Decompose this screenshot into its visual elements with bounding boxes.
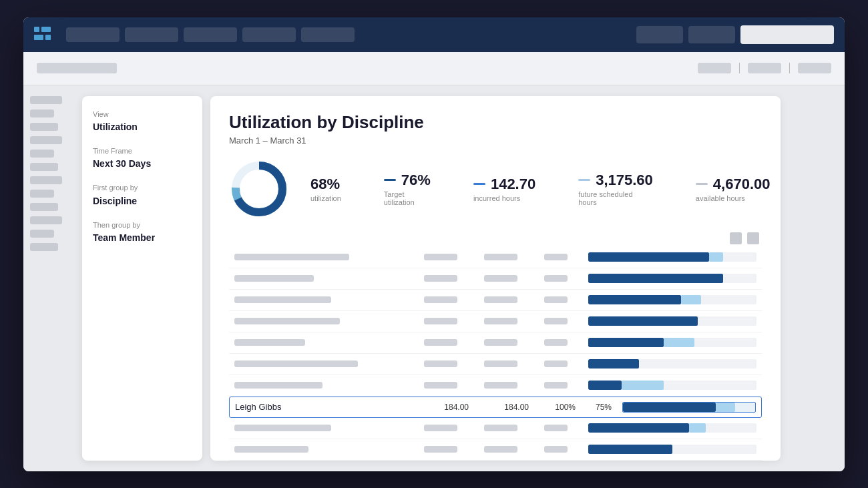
main-content: View Utilization Time Frame Next 30 Days… <box>23 85 845 471</box>
sidebar-line-6 <box>30 163 58 171</box>
table-row[interactable] <box>229 311 762 332</box>
stat-incurred-main: 142.70 <box>473 176 535 193</box>
sub-divider-1 <box>739 63 740 73</box>
row-bar-dark <box>623 403 716 412</box>
nav-item-4[interactable] <box>242 27 296 42</box>
bar-track-4 <box>588 316 756 326</box>
stat-target: 76% Target utilization <box>384 172 431 206</box>
row-target-pct: 75% <box>584 403 617 412</box>
report-area: Utilization by Discipline March 1 – Marc… <box>202 85 791 471</box>
sidebar-panel <box>23 85 77 471</box>
logo-dot-3 <box>34 35 43 40</box>
stat-target-indicator <box>384 179 396 181</box>
nav-btn-2[interactable] <box>688 26 735 43</box>
row-col1: 184.00 <box>417 403 477 412</box>
table-row[interactable] <box>229 290 762 311</box>
filter-timeframe: Time Frame Next 30 Days <box>93 146 192 170</box>
table-row[interactable] <box>229 268 762 290</box>
nav-item-1[interactable] <box>66 27 120 42</box>
stat-future-value: 3,175.60 <box>596 172 653 189</box>
filter-view-label: View <box>93 109 192 119</box>
filter-second-group: Then group by Team Member <box>93 220 192 244</box>
filter-first-group-value: Discipline <box>93 195 192 207</box>
table-area: Leigh Gibbs 184.00 184.00 100% 75% <box>229 232 762 461</box>
table-row[interactable] <box>229 375 762 397</box>
stat-utilization: 68% utilization <box>310 176 341 202</box>
stat-available-value: 4,670.00 <box>713 176 771 193</box>
sidebar-line-7 <box>30 176 62 184</box>
row-bar-light <box>716 403 736 412</box>
table-row-highlighted[interactable]: Leigh Gibbs 184.00 184.00 100% 75% <box>229 397 762 418</box>
stats-row: 68% utilization 76% Target utilization <box>229 159 762 219</box>
table-row[interactable] <box>229 418 762 439</box>
table-row[interactable] <box>229 354 762 375</box>
stat-available-label: available hours <box>696 194 771 202</box>
table-ctrl-columns-icon[interactable] <box>747 232 759 244</box>
table-row[interactable] <box>229 439 762 461</box>
nav-search[interactable] <box>740 25 834 44</box>
sidebar-line-3 <box>30 123 58 131</box>
bar-track-9 <box>588 423 756 433</box>
filter-panel: View Utilization Time Frame Next 30 Days… <box>82 96 202 461</box>
stat-available: 4,670.00 available hours <box>696 176 771 202</box>
stat-target-main: 76% <box>384 172 431 189</box>
sub-divider-2 <box>789 63 790 73</box>
nav-item-5[interactable] <box>301 27 355 42</box>
bar-track-5 <box>588 338 756 347</box>
row-bar-track <box>622 402 756 413</box>
sidebar-line-11 <box>30 230 54 238</box>
sub-btn-1[interactable] <box>698 63 731 73</box>
bar-track-6 <box>588 359 756 369</box>
data-rows: Leigh Gibbs 184.00 184.00 100% 75% <box>229 247 762 461</box>
table-row[interactable] <box>229 247 762 268</box>
filter-view-value: Utilization <box>93 121 192 133</box>
sidebar-line-5 <box>30 150 54 158</box>
sub-btn-3[interactable] <box>798 63 831 73</box>
filter-view: View Utilization <box>93 109 192 133</box>
sidebar-line-4 <box>30 136 62 144</box>
donut-svg <box>229 159 289 219</box>
nav-item-2[interactable] <box>125 27 178 42</box>
nav-btn-1[interactable] <box>636 26 683 43</box>
filter-first-group-label: First group by <box>93 183 192 192</box>
nav-right <box>636 25 834 44</box>
sub-btn-2[interactable] <box>748 63 781 73</box>
sidebar-line-2 <box>30 109 54 117</box>
table-controls <box>229 232 762 244</box>
stat-incurred: 142.70 incurred hours <box>473 176 535 202</box>
stat-available-indicator <box>696 183 708 185</box>
col-pct-placeholder <box>544 254 568 260</box>
report-card: Utilization by Discipline March 1 – Marc… <box>210 96 781 461</box>
stat-utilization-value: 68% <box>310 176 340 193</box>
app-logo <box>34 27 55 43</box>
table-ctrl-filter-icon[interactable] <box>730 232 742 244</box>
sidebar-line-10 <box>30 216 62 224</box>
donut-chart <box>229 159 289 219</box>
bar-track-2 <box>588 274 756 283</box>
row-name-leigh-gibbs: Leigh Gibbs <box>235 402 281 412</box>
nav-item-3[interactable] <box>184 27 237 42</box>
nav-items <box>66 27 626 42</box>
report-title: Utilization by Discipline <box>229 112 762 133</box>
sidebar-line-12 <box>30 243 58 251</box>
logo-dot-1 <box>34 27 39 32</box>
table-row[interactable] <box>229 332 762 354</box>
sub-header <box>23 52 845 85</box>
bar-track-10 <box>588 445 756 454</box>
filter-second-group-value: Team Member <box>93 232 192 244</box>
stat-target-value: 76% <box>401 172 431 189</box>
filter-first-group: First group by Discipline <box>93 183 192 206</box>
logo-dot-2 <box>41 27 51 32</box>
bar-fill-light <box>709 252 722 262</box>
right-panel <box>791 85 845 471</box>
stat-utilization-label: utilization <box>310 194 341 202</box>
row-name-placeholder <box>234 275 314 282</box>
sidebar-line-8 <box>30 190 54 198</box>
bar-track-7 <box>588 381 756 390</box>
stat-future-main: 3,175.60 <box>578 172 653 189</box>
logo-dot-4 <box>45 35 51 40</box>
stat-future: 3,175.60 future scheduled hours <box>578 172 653 206</box>
row-pct: 100% <box>537 403 584 412</box>
app-window: View Utilization Time Frame Next 30 Days… <box>23 17 845 471</box>
stat-incurred-label: incurred hours <box>473 194 535 202</box>
